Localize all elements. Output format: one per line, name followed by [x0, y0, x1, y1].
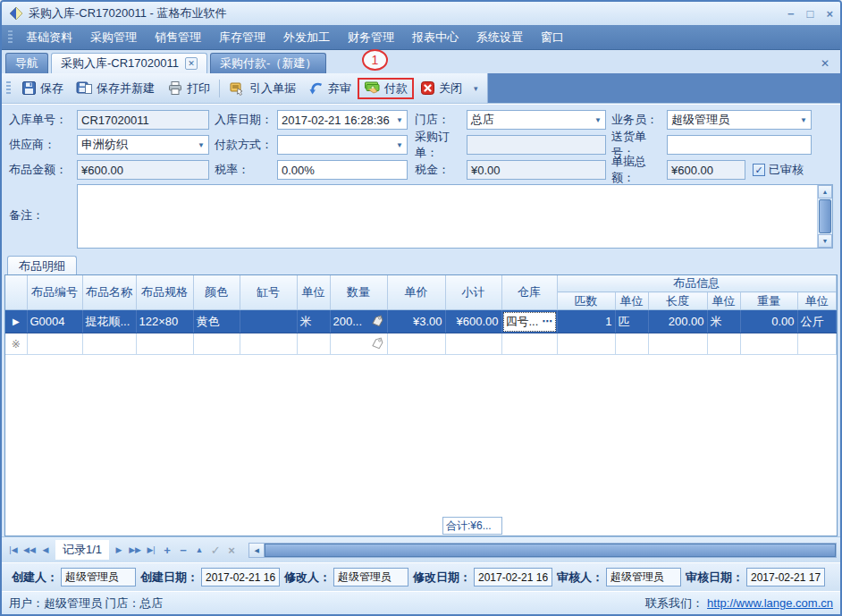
col-header-length-unit[interactable]: 单位 [707, 292, 740, 310]
store-select[interactable]: 总店▼ [467, 110, 606, 130]
nav-prev-icon[interactable]: ◀ [38, 545, 54, 554]
ellipsis-button[interactable]: ⋯ [543, 316, 553, 327]
menu-item-system[interactable]: 系统设置 [467, 26, 532, 49]
unapprove-button[interactable]: 弃审 [302, 78, 358, 99]
cell-warehouse[interactable]: 四号... ⋯ [501, 310, 557, 333]
col-header-subtotal[interactable]: 小计 [445, 275, 501, 310]
table-row-selected[interactable]: ▶ G0004 提花顺... 122×80 黄色 米 200... [5, 310, 837, 333]
table-row-new[interactable]: ※ [5, 333, 837, 355]
nav-post-icon[interactable]: ✓ [207, 544, 223, 557]
total-amount-label: 单据总额： [606, 154, 667, 186]
import-document-button[interactable]: 引入单据 [223, 78, 302, 99]
receipt-date-field[interactable]: 2017-02-21 16:28:36▼ [277, 110, 408, 130]
col-header-unit[interactable]: 单位 [297, 275, 330, 310]
save-and-new-button[interactable]: 保存并新建 [70, 78, 161, 99]
menu-item-sales[interactable]: 销售管理 [146, 26, 210, 49]
supplier-select[interactable]: 申洲纺织▼ [77, 135, 209, 155]
cell-color[interactable]: 黄色 [193, 310, 240, 333]
col-header-qty[interactable]: 数量 [330, 275, 387, 310]
menu-item-window[interactable]: 窗口 [532, 26, 573, 49]
menu-item-inventory[interactable]: 库存管理 [210, 26, 274, 49]
chevron-down-icon[interactable]: ▼ [396, 116, 403, 124]
scroll-down-icon[interactable]: ▼ [818, 234, 832, 248]
nav-last-icon[interactable]: ▶| [143, 545, 159, 554]
pay-button[interactable]: 付款 [358, 78, 414, 99]
nav-first-icon[interactable]: |◀ [5, 545, 21, 554]
tab-purchase-receipt[interactable]: 采购入库-CR17020011 ✕ [51, 53, 207, 73]
pay-method-select[interactable]: ▼ [277, 135, 408, 155]
website-link[interactable]: http://www.lange.com.cn [707, 596, 833, 610]
col-header-price[interactable]: 单价 [387, 275, 445, 310]
audited-checkbox-wrap[interactable]: ✓ 已审核 [753, 162, 804, 178]
nav-next-page-icon[interactable]: ▶▶ [127, 545, 143, 554]
scroll-up-icon[interactable]: ▲ [818, 185, 832, 198]
cell-qty[interactable]: 200... [330, 310, 387, 333]
col-header-warehouse[interactable]: 仓库 [501, 275, 557, 310]
col-header-pieces-unit[interactable]: 单位 [615, 292, 648, 310]
menu-item-finance[interactable]: 财务管理 [339, 26, 403, 49]
col-header-length[interactable]: 长度 [648, 292, 707, 310]
salesman-select[interactable]: 超级管理员▼ [667, 110, 812, 130]
nav-cancel-icon[interactable]: × [223, 544, 240, 557]
menu-item-outsourcing[interactable]: 外发加工 [274, 26, 339, 49]
tag-icon[interactable] [369, 336, 385, 351]
chevron-down-icon[interactable]: ▼ [594, 116, 602, 124]
nav-prev-page-icon[interactable]: ◀◀ [21, 545, 38, 554]
save-button[interactable]: 保存 [15, 78, 70, 99]
cell-weight-unit[interactable]: 公斤 [797, 310, 837, 333]
nav-delete-icon[interactable]: − [175, 544, 191, 557]
cell-spec[interactable]: 122×80 [136, 310, 193, 333]
remark-textarea[interactable]: ▲ ▼ [77, 184, 833, 249]
col-header-color[interactable]: 颜色 [193, 275, 240, 310]
scroll-thumb[interactable] [819, 199, 831, 233]
cell-qty-new[interactable] [330, 333, 387, 355]
maximize-icon[interactable]: □ [807, 8, 814, 20]
tab-close-icon[interactable]: ✕ [185, 57, 198, 70]
scroll-thumb[interactable] [265, 544, 836, 557]
print-button[interactable]: 打印 [161, 78, 216, 99]
cell-price[interactable]: ¥3.00 [387, 310, 445, 333]
menu-item-base-data[interactable]: 基础资料 [17, 26, 81, 49]
cell-length-unit[interactable]: 米 [707, 310, 740, 333]
tab-fabric-detail[interactable]: 布品明细 [7, 256, 77, 276]
col-header-weight-unit[interactable]: 单位 [797, 292, 837, 310]
cell-weight[interactable]: 0.00 [740, 310, 797, 333]
cell-subtotal[interactable]: ¥600.00 [445, 310, 501, 333]
col-header-code[interactable]: 布品编号 [27, 275, 82, 310]
tab-purchase-payment[interactable]: 采购付款-（新建） [210, 53, 326, 73]
col-header-weight[interactable]: 重量 [740, 292, 797, 310]
cell-unit[interactable]: 米 [297, 310, 330, 333]
col-header-name[interactable]: 布品名称 [82, 275, 136, 310]
tab-navigation[interactable]: 导航 [5, 53, 48, 73]
cell-vat-no[interactable] [240, 310, 297, 333]
minimize-icon[interactable]: − [787, 8, 795, 20]
tag-icon[interactable] [369, 314, 385, 329]
chevron-down-icon[interactable]: ▼ [198, 141, 205, 149]
chevron-down-icon[interactable]: ▼ [800, 116, 807, 124]
remark-scrollbar[interactable]: ▲ ▼ [817, 185, 832, 248]
close-document-button[interactable]: 关闭 [414, 78, 468, 99]
delivery-no-input[interactable] [667, 135, 812, 155]
nav-next-icon[interactable]: ▶ [111, 545, 127, 554]
menu-item-reports[interactable]: 报表中心 [403, 26, 467, 49]
cell-name[interactable]: 提花顺... [82, 310, 136, 333]
tab-purchase-receipt-label: 采购入库-CR17020011 [61, 55, 179, 72]
menu-item-purchase[interactable]: 采购管理 [81, 26, 146, 49]
tax-rate-input[interactable]: 0.00% [277, 160, 408, 180]
nav-edit-icon[interactable]: ▲ [191, 545, 207, 554]
cell-pieces-unit[interactable]: 匹 [615, 310, 648, 333]
col-header-vat-no[interactable]: 缸号 [240, 275, 297, 310]
close-icon[interactable]: × [826, 8, 833, 20]
chevron-down-icon[interactable]: ▼ [396, 141, 403, 149]
cell-code[interactable]: G0004 [27, 310, 82, 333]
close-dropdown-icon[interactable]: ▾ [468, 84, 484, 93]
cell-pieces[interactable]: 1 [557, 310, 615, 333]
audited-checkbox[interactable]: ✓ [753, 164, 765, 176]
scroll-left-icon[interactable]: ◀ [249, 544, 265, 557]
cell-length[interactable]: 200.00 [648, 310, 707, 333]
nav-insert-icon[interactable]: + [159, 544, 175, 557]
col-header-pieces[interactable]: 匹数 [557, 292, 615, 310]
grid-horizontal-scrollbar[interactable]: ◀ [248, 543, 837, 558]
tabbar-close-icon[interactable]: ✕ [813, 57, 837, 70]
col-header-spec[interactable]: 布品规格 [136, 275, 193, 310]
